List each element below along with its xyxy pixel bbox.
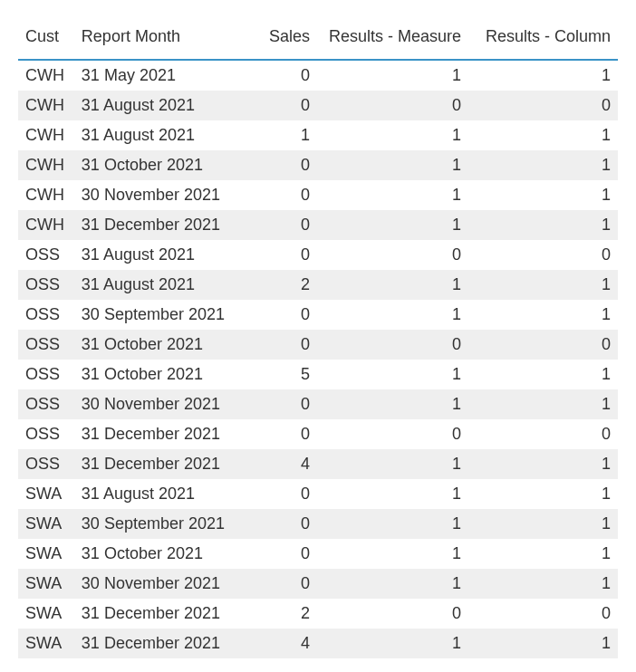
table-row[interactable]: CWH31 August 2021111 <box>18 120 618 150</box>
table-row[interactable]: OSS31 December 2021411 <box>18 449 618 479</box>
cell-report-month: 31 December 2021 <box>74 629 252 658</box>
cell-results-column: 1 <box>468 569 618 599</box>
cell-cust: SWA <box>18 509 74 539</box>
cell-results-column: 0 <box>468 330 618 360</box>
cell-results-measure: 1 <box>317 150 468 180</box>
table-row[interactable]: SWA30 November 2021011 <box>18 569 618 599</box>
cell-report-month: 31 May 2021 <box>74 60 252 91</box>
cell-sales: 0 <box>252 180 317 210</box>
cell-report-month: 31 December 2021 <box>74 599 252 629</box>
cell-cust: OSS <box>18 330 74 360</box>
cell-results-measure: 1 <box>317 539 468 569</box>
table-row[interactable]: OSS31 October 2021000 <box>18 330 618 360</box>
header-results-column[interactable]: Results - Column <box>468 18 618 60</box>
table-body: CWH31 May 2021011CWH31 August 2021000CWH… <box>18 60 618 658</box>
table-row[interactable]: OSS30 November 2021011 <box>18 389 618 419</box>
table-row[interactable]: SWA31 December 2021200 <box>18 599 618 629</box>
cell-results-measure: 0 <box>317 419 468 449</box>
table-row[interactable]: SWA31 August 2021011 <box>18 479 618 509</box>
cell-results-column: 1 <box>468 449 618 479</box>
table-row[interactable]: SWA30 September 2021011 <box>18 509 618 539</box>
cell-results-measure: 1 <box>317 629 468 658</box>
table-row[interactable]: OSS31 October 2021511 <box>18 360 618 389</box>
table-row[interactable]: CWH31 August 2021000 <box>18 91 618 120</box>
cell-results-column: 1 <box>468 120 618 150</box>
cell-report-month: 31 August 2021 <box>74 120 252 150</box>
cell-results-column: 1 <box>468 629 618 658</box>
cell-results-measure: 1 <box>317 60 468 91</box>
cell-results-measure: 1 <box>317 300 468 330</box>
header-sales[interactable]: Sales <box>252 18 317 60</box>
cell-sales: 0 <box>252 419 317 449</box>
cell-results-measure: 1 <box>317 180 468 210</box>
cell-results-column: 1 <box>468 60 618 91</box>
cell-results-measure: 1 <box>317 389 468 419</box>
table-row[interactable]: OSS30 September 2021011 <box>18 300 618 330</box>
cell-results-measure: 1 <box>317 449 468 479</box>
table-row[interactable]: CWH30 November 2021011 <box>18 180 618 210</box>
cell-report-month: 31 October 2021 <box>74 150 252 180</box>
table-row[interactable]: CWH31 May 2021011 <box>18 60 618 91</box>
cell-sales: 2 <box>252 270 317 300</box>
cell-cust: CWH <box>18 120 74 150</box>
cell-report-month: 31 December 2021 <box>74 419 252 449</box>
cell-cust: SWA <box>18 479 74 509</box>
cell-sales: 0 <box>252 240 317 270</box>
cell-results-measure: 1 <box>317 509 468 539</box>
cell-sales: 4 <box>252 449 317 479</box>
cell-report-month: 31 October 2021 <box>74 330 252 360</box>
header-report-month[interactable]: Report Month <box>74 18 252 60</box>
cell-sales: 0 <box>252 389 317 419</box>
cell-report-month: 30 November 2021 <box>74 569 252 599</box>
cell-results-column: 0 <box>468 419 618 449</box>
header-results-measure[interactable]: Results - Measure <box>317 18 468 60</box>
header-cust[interactable]: Cust <box>18 18 74 60</box>
cell-cust: SWA <box>18 629 74 658</box>
cell-sales: 0 <box>252 150 317 180</box>
cell-results-measure: 0 <box>317 330 468 360</box>
table-row[interactable]: SWA31 October 2021011 <box>18 539 618 569</box>
cell-sales: 0 <box>252 569 317 599</box>
cell-report-month: 30 September 2021 <box>74 509 252 539</box>
cell-cust: CWH <box>18 60 74 91</box>
cell-results-measure: 0 <box>317 91 468 120</box>
cell-results-column: 1 <box>468 300 618 330</box>
cell-results-measure: 1 <box>317 120 468 150</box>
cell-sales: 2 <box>252 599 317 629</box>
cell-results-measure: 1 <box>317 479 468 509</box>
cell-cust: OSS <box>18 389 74 419</box>
cell-report-month: 31 December 2021 <box>74 210 252 240</box>
cell-results-column: 0 <box>468 240 618 270</box>
table-row[interactable]: CWH31 October 2021011 <box>18 150 618 180</box>
cell-results-column: 1 <box>468 509 618 539</box>
cell-sales: 0 <box>252 91 317 120</box>
cell-report-month: 31 October 2021 <box>74 539 252 569</box>
cell-cust: OSS <box>18 360 74 389</box>
table-row[interactable]: OSS31 December 2021000 <box>18 419 618 449</box>
table-row[interactable]: OSS31 August 2021211 <box>18 270 618 300</box>
cell-sales: 1 <box>252 120 317 150</box>
cell-cust: CWH <box>18 210 74 240</box>
cell-cust: OSS <box>18 419 74 449</box>
cell-cust: SWA <box>18 569 74 599</box>
cell-report-month: 31 August 2021 <box>74 240 252 270</box>
cell-results-column: 0 <box>468 599 618 629</box>
cell-results-column: 1 <box>468 389 618 419</box>
cell-results-column: 1 <box>468 180 618 210</box>
cell-sales: 5 <box>252 360 317 389</box>
cell-sales: 0 <box>252 539 317 569</box>
cell-report-month: 31 December 2021 <box>74 449 252 479</box>
cell-sales: 0 <box>252 60 317 91</box>
cell-results-measure: 1 <box>317 360 468 389</box>
cell-report-month: 31 August 2021 <box>74 270 252 300</box>
data-table: Cust Report Month Sales Results - Measur… <box>18 18 618 658</box>
table-row[interactable]: CWH31 December 2021011 <box>18 210 618 240</box>
table-row[interactable]: SWA31 December 2021411 <box>18 629 618 658</box>
cell-results-measure: 1 <box>317 569 468 599</box>
table-row[interactable]: OSS31 August 2021000 <box>18 240 618 270</box>
cell-cust: CWH <box>18 180 74 210</box>
cell-sales: 4 <box>252 629 317 658</box>
cell-cust: CWH <box>18 150 74 180</box>
cell-results-measure: 1 <box>317 210 468 240</box>
cell-results-column: 1 <box>468 210 618 240</box>
